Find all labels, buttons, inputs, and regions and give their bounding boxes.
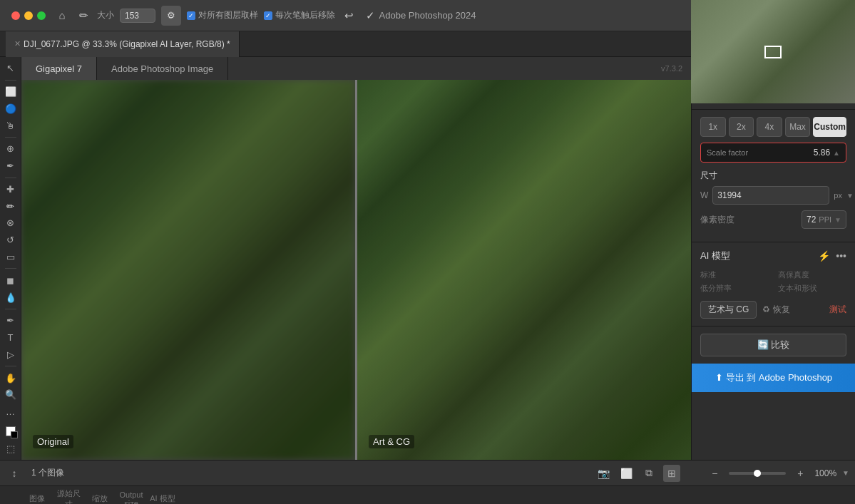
per-stroke-checkbox[interactable]: ✓ 每次笔触后移除 — [264, 9, 335, 21]
size-label: 大小 — [97, 9, 114, 21]
toolbar-separator-4 — [5, 268, 16, 269]
all-layers-check[interactable]: ✓ — [187, 11, 195, 20]
export-button[interactable]: ⬆ 导出 到 Adobe Photoshop — [692, 364, 855, 392]
ppi-value: 72 — [807, 215, 816, 225]
ai-grid-label-3: 低分辨率 — [700, 283, 769, 294]
eraser-tool[interactable]: ▭ — [3, 250, 19, 264]
text-tool[interactable]: T — [3, 331, 19, 345]
test-label[interactable]: 测试 — [829, 304, 846, 316]
quick-mask[interactable]: ⬚ — [3, 441, 19, 456]
healing-tool[interactable]: ✚ — [3, 182, 19, 197]
original-label: Original — [33, 435, 73, 448]
minimize-button[interactable] — [24, 11, 33, 20]
scale-1x[interactable]: 1x — [700, 117, 726, 137]
image-count: 1 个图像 — [31, 467, 64, 479]
gradient-tool[interactable]: ◼ — [3, 273, 19, 287]
brush-icon[interactable]: ✏ — [76, 8, 91, 24]
zoom-handle[interactable] — [754, 470, 761, 477]
clone-tool[interactable]: ⊗ — [3, 216, 19, 230]
tab-label: DJI_0677.JPG @ 33.3% (Gigapixel AI Layer… — [24, 39, 230, 49]
history-tool[interactable]: ↺ — [3, 233, 19, 247]
blur-tool[interactable]: 💧 — [3, 290, 19, 304]
file-columns-header: 图像 源始尺寸 缩放 Output size AI 模型 — [20, 488, 305, 505]
scale-custom[interactable]: Custom — [813, 117, 846, 137]
scale-section: 1x 2x 4x Max Custom Scale factor 5.86 ▲ … — [692, 110, 855, 242]
photoshop-tab[interactable]: Adobe Photoshop Image — [97, 57, 228, 80]
art-cg-label: 艺术与 CG — [708, 304, 749, 316]
scale-factor-value: 5.86 — [814, 148, 830, 158]
file-strip-header: 图像 源始尺寸 缩放 Output size AI 模型 — [0, 485, 855, 504]
canvas-area[interactable]: Gigapixel 7 Adobe Photoshop Image v7.3.2… — [21, 57, 691, 460]
toolbar-separator-3 — [5, 178, 16, 178]
thumbnail-panel[interactable] — [691, 57, 855, 103]
ppi-dropdown[interactable]: ▼ — [834, 216, 841, 224]
fg-bg-colors[interactable] — [3, 425, 19, 439]
settings-icon[interactable]: ⚙ — [161, 6, 181, 26]
zoom-slider[interactable] — [729, 472, 786, 475]
eyedropper-tool[interactable]: ✒ — [3, 159, 19, 173]
ppi-value-row[interactable]: 72 PPI ▼ — [802, 210, 846, 229]
compare-button[interactable]: 🔄 比较 — [700, 334, 846, 356]
ai-title-row: AI 模型 ⚡ ••• — [700, 250, 846, 262]
crop-tool[interactable]: ⊕ — [3, 142, 19, 156]
toolbar-separator-2 — [5, 137, 16, 138]
camera-icon[interactable]: 📷 — [595, 465, 612, 482]
hand-tool[interactable]: ✋ — [3, 371, 19, 385]
sort-icon[interactable]: ↕ — [6, 465, 23, 482]
zoom-tool[interactable]: 🔍 — [3, 388, 19, 402]
select-tool[interactable]: 🖱 — [3, 118, 19, 133]
more-tools[interactable]: … — [3, 405, 19, 419]
art-cg-row: 艺术与 CG ♻ 恢复 测试 — [700, 301, 846, 319]
scale-4x[interactable]: 4x — [757, 117, 782, 137]
brush-tool[interactable]: ✏ — [3, 199, 19, 213]
zoom-out-icon[interactable]: − — [706, 465, 723, 482]
width-row: W px ▼ H px ▼ — [700, 186, 846, 205]
grid-icon[interactable]: ⊞ — [663, 465, 680, 482]
marquee-tool[interactable]: ⬜ — [3, 85, 19, 99]
move-tool[interactable]: ↖ — [3, 61, 19, 76]
w-label: W — [700, 190, 708, 200]
home-icon[interactable]: ⌂ — [54, 8, 70, 24]
undo-icon[interactable]: ↩ — [341, 8, 357, 24]
w-unit-dropdown[interactable]: ▼ — [846, 192, 854, 200]
size-input[interactable] — [120, 9, 155, 23]
all-layers-checkbox[interactable]: ✓ 对所有图层取样 — [187, 9, 258, 21]
dims-label: 尺寸 — [700, 170, 846, 182]
scale-buttons-row: 1x 2x 4x Max Custom — [700, 117, 846, 137]
toolbar-separator-5 — [5, 309, 16, 309]
lightning-icon[interactable]: ⚡ — [818, 250, 830, 262]
layers-icon[interactable]: ⧉ — [640, 465, 657, 482]
scale-max[interactable]: Max — [785, 117, 811, 137]
scale-factor-row[interactable]: Scale factor 5.86 ▲ — [700, 143, 846, 163]
shape-tool[interactable]: ▷ — [3, 347, 19, 361]
art-cg-badge[interactable]: 艺术与 CG — [700, 301, 757, 319]
zoom-in-icon[interactable]: + — [792, 465, 809, 482]
gigapixel-tabs: Gigapixel 7 Adobe Photoshop Image v7.3.2 — [21, 57, 691, 80]
scale-factor-chevron: ▲ — [833, 149, 840, 157]
restore-icon[interactable]: ♻ 恢复 — [762, 304, 789, 316]
main-layout: ↖ ⬜ 🔵 🖱 ⊕ ✒ ✚ ✏ ⊗ ↺ ▭ ◼ 💧 ✒ T ▷ ✋ 🔍 … ⬚ — [0, 57, 855, 460]
crop-bottom-icon[interactable]: ⬜ — [618, 465, 635, 482]
app-title: Adobe Photoshop 2024 — [379, 10, 476, 21]
close-button[interactable] — [11, 11, 20, 20]
processed-image-bg — [357, 80, 691, 460]
width-input[interactable] — [712, 186, 829, 205]
lasso-tool[interactable]: 🔵 — [3, 102, 19, 116]
ppi-row: 像素密度 72 PPI ▼ — [700, 210, 846, 229]
original-image: Original — [21, 80, 355, 460]
maximize-button[interactable] — [37, 11, 46, 20]
tab-active[interactable]: ✕ DJI_0677.JPG @ 33.3% (Gigapixel AI Lay… — [6, 31, 240, 57]
thumbnail-bg — [691, 57, 855, 103]
pen-tool[interactable]: ✒ — [3, 314, 19, 328]
confirm-icon[interactable]: ✓ — [362, 8, 378, 24]
toolbar-separator-6 — [5, 366, 16, 366]
processed-image: Art & CG — [357, 80, 691, 460]
gigapixel-tab[interactable]: Gigapixel 7 — [21, 57, 97, 80]
top-bar-left: ⌂ ✏ 大小 ⚙ ✓ 对所有图层取样 ✓ 每次笔触后移除 ↩ ✓ — [0, 6, 386, 26]
scale-2x[interactable]: 2x — [729, 117, 754, 137]
more-options-icon[interactable]: ••• — [836, 250, 846, 262]
tab-close-icon[interactable]: ✕ — [14, 39, 21, 48]
per-stroke-check[interactable]: ✓ — [264, 11, 272, 20]
zoom-dropdown[interactable]: ▼ — [842, 469, 849, 477]
ai-grid-label-4: 文本和形状 — [778, 283, 847, 294]
